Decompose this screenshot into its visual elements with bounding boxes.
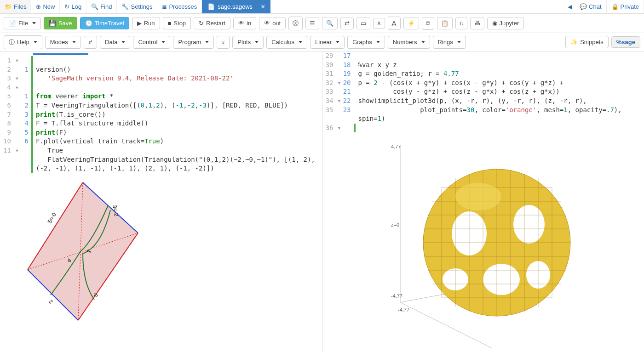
code-line[interactable]: 3119g = golden_ratio; r = 4.77: [322, 69, 644, 79]
menu-plots[interactable]: Plots: [232, 36, 264, 49]
cell-bar: [354, 61, 356, 70]
fold-toggle[interactable]: ▾: [14, 56, 20, 65]
sub-line-number: 1: [20, 92, 31, 101]
save-button[interactable]: 💾 Save: [44, 17, 77, 29]
fold-toggle: [336, 69, 343, 79]
menu-control[interactable]: Control: [133, 36, 170, 49]
code-text: 'SageMath version 9.4, Release Date: 202…: [36, 74, 322, 83]
active-file-tab[interactable]: 📄 sage.sagews ×: [202, 0, 270, 13]
nav-chat[interactable]: 💬Chat: [575, 0, 606, 13]
nav-label: Log: [71, 3, 81, 10]
nav-log[interactable]: ↻Log: [60, 0, 86, 13]
right-pane[interactable]: 29173018%var x y z3119g = golden_ratio; …: [322, 51, 644, 352]
code-line[interactable]: 11▾ True: [0, 146, 322, 155]
back-icon[interactable]: ◀: [565, 0, 575, 13]
fold-toggle: [14, 155, 20, 173]
code-line[interactable]: FlatVeeringTriangulation(Triangulation("…: [0, 155, 322, 173]
nav-settings[interactable]: 🔧Settings: [117, 0, 157, 13]
out-button[interactable]: 👁 out: [259, 17, 286, 29]
menu-𝑥[interactable]: 𝑥: [217, 36, 230, 49]
print-button[interactable]: 🖶: [470, 17, 484, 29]
sub-line-number: 22: [343, 97, 354, 106]
code-line[interactable]: 73print(T.is_core()): [0, 110, 322, 119]
fold-toggle[interactable]: ▾: [336, 79, 343, 88]
help-menu[interactable]: ⓘ Help: [4, 35, 42, 49]
snippets-button[interactable]: ✨ Snippets: [565, 36, 609, 48]
cell-bar: [31, 83, 33, 92]
run-button[interactable]: ▶ Run: [132, 17, 160, 29]
menu-data[interactable]: Data: [100, 36, 130, 49]
top-nav: 📁Files⊕New↻Log🔍Find🔧Settings≣Processes 📄…: [0, 0, 644, 14]
paste-button[interactable]: 📋: [437, 17, 453, 29]
line-number: 1: [0, 56, 14, 65]
menu-program[interactable]: Program: [173, 36, 214, 49]
code-line[interactable]: 3▾ 'SageMath version 9.4, Release Date: …: [0, 74, 322, 83]
code-line[interactable]: 36▾: [322, 124, 644, 133]
fold-toggle[interactable]: ▾: [336, 124, 343, 133]
in-button[interactable]: 👁 in: [233, 17, 256, 29]
fold-toggle[interactable]: ▾: [14, 74, 20, 83]
code-line[interactable]: 32▾20p = 2 - (cos(x + g*y) + cos(x - g*y…: [322, 79, 644, 88]
mode-indicator[interactable]: %sage: [611, 36, 640, 48]
nav-new[interactable]: ⊕New: [31, 0, 60, 13]
code-line[interactable]: 2917: [322, 51, 644, 61]
code-text: F.plot(vertical_train_track=True): [36, 137, 322, 146]
cell-bar: [31, 128, 33, 137]
close-icon[interactable]: ×: [261, 3, 265, 11]
menu-numbers[interactable]: Numbers: [388, 36, 430, 49]
code-line[interactable]: 4▾: [0, 83, 322, 92]
fold-toggle[interactable]: ▾: [14, 83, 20, 92]
stop-button[interactable]: ■ Stop: [163, 17, 191, 29]
font-small-button[interactable]: A: [373, 18, 385, 29]
code-text: [36, 83, 322, 92]
code-line[interactable]: 84F = T.flat_structure_middle(): [0, 119, 322, 128]
font-large-button[interactable]: A: [388, 17, 401, 30]
axis-top-label: 4.77: [391, 144, 401, 149]
cell-bar: [31, 137, 33, 146]
code-line[interactable]: 1▾: [0, 56, 322, 65]
sub-line-number: [20, 155, 31, 173]
left-pane[interactable]: 1▾21version()3▾ 'SageMath version 9.4, R…: [0, 51, 322, 352]
code-line[interactable]: 106F.plot(vertical_train_track=True): [0, 137, 322, 146]
jupyter-button[interactable]: ◉ Jupyter: [487, 17, 524, 29]
timetravel-button[interactable]: 🕒 TimeTravel: [80, 17, 129, 29]
line-number: [0, 155, 14, 173]
editor-split: 1▾21version()3▾ 'SageMath version 9.4, R…: [0, 51, 644, 352]
sub-line-number: 6: [20, 137, 31, 146]
undo-button[interactable]: ⎌: [455, 17, 467, 29]
sub-line-number: 1: [20, 65, 31, 74]
restart-button[interactable]: ↻ Restart: [194, 17, 230, 29]
fold-toggle[interactable]: ▾: [336, 97, 343, 106]
code-line[interactable]: 3523 plot_points=30, color='orange', mes…: [322, 106, 644, 124]
swap-button[interactable]: ⇄: [340, 17, 354, 29]
code-line[interactable]: 95print(F): [0, 128, 322, 137]
line-number: 9: [0, 128, 14, 137]
nav-find[interactable]: 🔍Find: [86, 0, 117, 13]
code-line[interactable]: 3018%var x y z: [322, 61, 644, 70]
indent-button[interactable]: ☰: [305, 17, 319, 29]
menu-rings[interactable]: Rings: [433, 36, 466, 49]
nav-processes[interactable]: ≣Processes: [157, 0, 202, 13]
clear-button[interactable]: ⓧ: [288, 17, 303, 30]
bolt-button[interactable]: ⚡: [403, 17, 419, 29]
nav-private[interactable]: 🔒Private: [607, 0, 644, 13]
code-line[interactable]: 3321 cos(y - g*z) + cos(z - g*x) + cos(z…: [322, 87, 644, 97]
menu-#[interactable]: #: [84, 36, 97, 49]
fold-toggle[interactable]: ▾: [14, 146, 20, 155]
file-menu-button[interactable]: 📄 File: [4, 17, 41, 29]
nav-files[interactable]: 📁Files: [0, 0, 31, 13]
code-line[interactable]: 62T = VeeringTriangulation([(0,1,2), (-1…: [0, 101, 322, 110]
layout-button[interactable]: ▭: [356, 17, 370, 29]
menu-calculus[interactable]: Calculus: [266, 36, 307, 49]
code-text: cos(y - g*z) + cos(z - g*x) + cos(z + g*…: [358, 87, 644, 97]
fold-toggle: [336, 61, 343, 70]
code-line[interactable]: 34▾22show(implicit_plot3d(p, (x, -r, r),…: [322, 97, 644, 106]
plus-icon: ⊕: [36, 3, 41, 10]
menu-linear[interactable]: Linear: [310, 36, 345, 49]
code-line[interactable]: 21version(): [0, 65, 322, 74]
menu-graphs[interactable]: Graphs: [347, 36, 385, 49]
code-line[interactable]: 51from veerer import *: [0, 92, 322, 101]
menu-modes[interactable]: Modes: [45, 36, 81, 49]
copy-button[interactable]: ⧉: [422, 17, 434, 30]
zoom-button[interactable]: 🔍: [322, 17, 338, 29]
